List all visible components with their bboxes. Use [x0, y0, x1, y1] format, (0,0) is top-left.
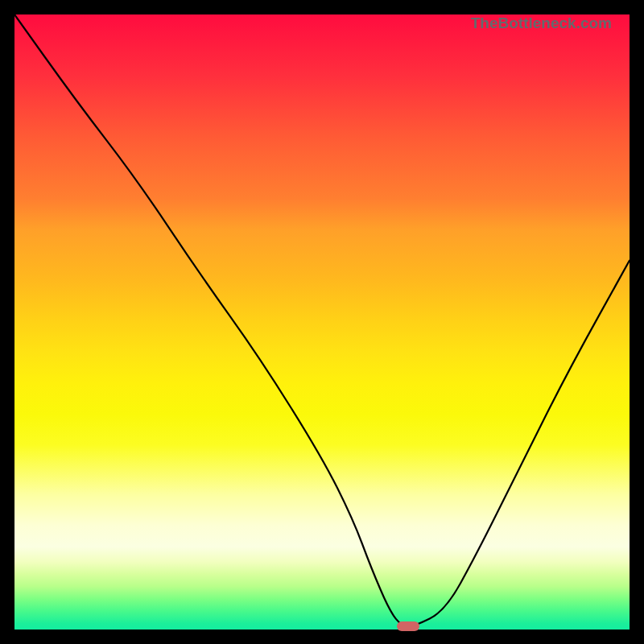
plot-area: TheBottleneck.com: [14, 14, 630, 630]
chart-container: TheBottleneck.com: [0, 0, 644, 644]
optimal-marker: [397, 621, 419, 631]
bottleneck-curve: [14, 14, 630, 630]
